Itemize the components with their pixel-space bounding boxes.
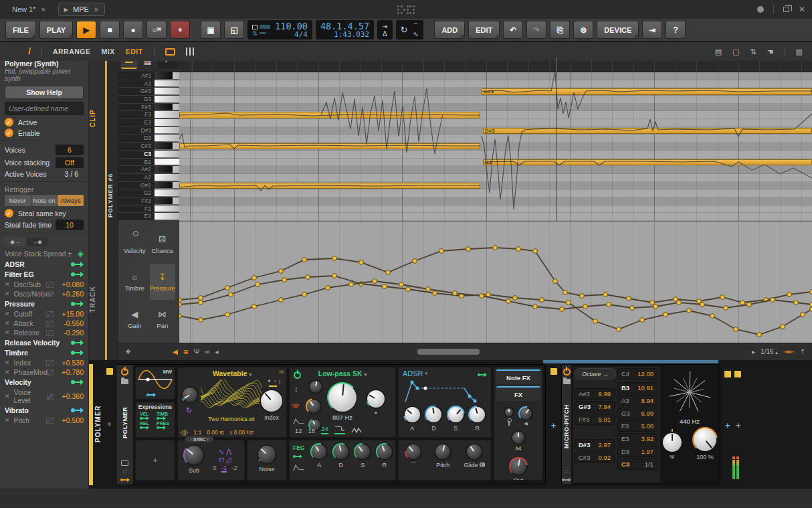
automation-write-button[interactable]: + [170,21,190,39]
remove-icon[interactable]: ✕ [5,290,10,297]
mod-amount[interactable]: +0.080 [57,280,84,288]
tuning-value[interactable]: 7.94 [599,403,611,410]
retrigger-option[interactable]: Note on [31,195,58,206]
mod-target-row[interactable]: ✕Osc/Sub+0.080 [5,280,84,288]
mod-source-icon[interactable] [71,340,84,345]
tuning-value[interactable]: 2.97 [599,441,611,448]
tuning-cell-e3[interactable]: E33.92 [617,433,657,444]
expression-tab-pressure[interactable]: ↧Pressure [150,264,176,299]
mod-source-icon[interactable] [71,262,84,267]
focus-device-button[interactable]: ⇥ [642,21,662,39]
amp-env-knob-r[interactable]: R [468,406,486,432]
tuning-cell-c3[interactable]: C31/1 [617,458,657,470]
filter-knob-1[interactable] [308,379,323,394]
touch-icon[interactable]: ☚ [767,48,774,56]
preset-folder-icon[interactable] [121,379,128,384]
tuning-cell-f3[interactable]: F35.00 [617,420,657,432]
white-key[interactable] [155,111,179,118]
cancel-button[interactable]: ⊗ [573,21,593,39]
expression-slot[interactable]: PRES [157,421,171,430]
insert-device-button[interactable]: + [725,420,730,430]
amp-env-knob-d[interactable]: D [425,406,443,432]
loop-icon[interactable]: ↻ [401,26,408,33]
expression-tab-velocity[interactable]: Velocity [122,226,148,262]
feg-knob-a[interactable]: A [310,443,328,480]
mod-target-row[interactable]: ✕Attack-0.550 [5,319,84,327]
mod-out-icon[interactable] [562,478,571,482]
add-module-button[interactable]: + [136,440,175,480]
feg-knob-s[interactable]: S [354,443,371,480]
device-name-field[interactable]: User-defined name [5,102,84,115]
remove-icon[interactable]: ✕ [5,329,10,336]
remove-icon[interactable]: ✕ [5,359,10,366]
retrigger-option[interactable]: Never [5,195,31,206]
mod-amount[interactable]: +0.360 [57,392,84,400]
key-row[interactable]: F#2 [118,197,179,205]
play-menu-button[interactable]: PLAY [39,21,73,39]
wavetable-file-name[interactable]: Two Harmonics.wt [198,416,265,422]
key-row[interactable]: D#3 [118,127,179,135]
white-key[interactable] [155,135,179,142]
pitch-glide-panel[interactable]: ⌒PitchGlideL [398,440,492,481]
view-button-arrange[interactable]: ARRANGE [53,48,91,56]
tuning-value[interactable]: 0.92 [599,454,611,461]
overdub-button[interactable]: ○ʷ [146,21,167,39]
mod-curve-icon[interactable] [46,418,54,424]
mod-section-row[interactable]: Timbre [5,349,84,357]
black-key[interactable] [155,166,179,173]
wavetable-header[interactable]: Wavetable▾ [178,367,286,377]
device-micro-pitch[interactable]: MICRO-PITCH∷Octave →C412.00B310.91A38.94… [561,364,720,485]
remove-icon[interactable]: ✕ [5,369,10,375]
mod-curve-icon[interactable] [49,291,54,297]
remove-icon[interactable]: ✕ [5,320,10,327]
mod-section-row[interactable]: Velocity [5,378,84,386]
expression-slot[interactable]: TIMB [157,412,171,420]
tuning-value[interactable]: 12.00 [637,370,653,377]
adaptive-grid-icon[interactable]: ⇥⇤ [783,348,795,355]
sync-button[interactable]: ↑ SYNC ↑ [185,436,214,443]
view-button-edit[interactable]: EDIT [126,48,143,56]
mod-curve-icon[interactable] [46,330,54,336]
slope-option[interactable]: 18 [308,427,316,434]
device-state-square[interactable] [724,371,731,377]
key-row[interactable]: G3 [118,96,179,104]
white-key[interactable] [155,151,179,158]
mod-source-icon[interactable] [71,350,84,355]
expression-slot[interactable]: VEL [140,412,154,420]
modwheel-panel[interactable]: MW [135,367,175,400]
sub-octave-option[interactable]: -1 [221,464,227,473]
white-key[interactable] [155,189,179,197]
filter-panel[interactable]: Low-pass SK▾↕‹|||›807 Hz▲121824 [289,367,396,438]
help-button[interactable]: ? [666,21,686,39]
expression-tab-gain[interactable]: ◀Gain [122,302,148,337]
tuning-value[interactable]: 1.97 [641,448,654,455]
mod-section-row[interactable]: Pressure [5,300,84,308]
checkbox-icon[interactable]: ✓ [5,118,13,126]
layers-icon[interactable]: ❖ [125,348,131,355]
sub-octave-option[interactable]: 0 [213,464,216,473]
tuning-value[interactable]: 3.92 [641,435,654,442]
add-device-button[interactable]: + [106,419,112,429]
filter-resonance-knob[interactable] [366,389,386,409]
key-row[interactable]: C3 [118,151,179,159]
expression-lane[interactable] [179,221,812,343]
device-state-square[interactable] [550,368,557,375]
position-time[interactable]: 1:43.032 [320,31,369,39]
chain-icon[interactable]: ∞ [205,348,209,355]
position-beats[interactable]: 48.1.4.57 [320,21,369,31]
mod-target-row[interactable]: ✕Index+0.530 [5,359,84,367]
reference-freq-knob[interactable]: Ψ [662,432,683,460]
key-row[interactable]: A3 [118,80,179,88]
mod-section-row[interactable]: ADSR [5,260,84,268]
black-key[interactable] [155,197,179,205]
key-row[interactable]: F2 [118,205,179,214]
info-icon[interactable]: i [28,46,31,57]
displays-button[interactable]: ◱ [224,21,244,39]
insert-device-button[interactable]: + [551,420,556,430]
mod-source-icon[interactable] [71,408,84,413]
white-key[interactable] [155,205,179,213]
device-state-square[interactable] [734,371,741,377]
mod-source-icon[interactable] [71,272,84,277]
fade-value[interactable]: 10 [56,220,84,230]
wavetable-mini-icons[interactable]: ✦ › | [267,378,281,384]
